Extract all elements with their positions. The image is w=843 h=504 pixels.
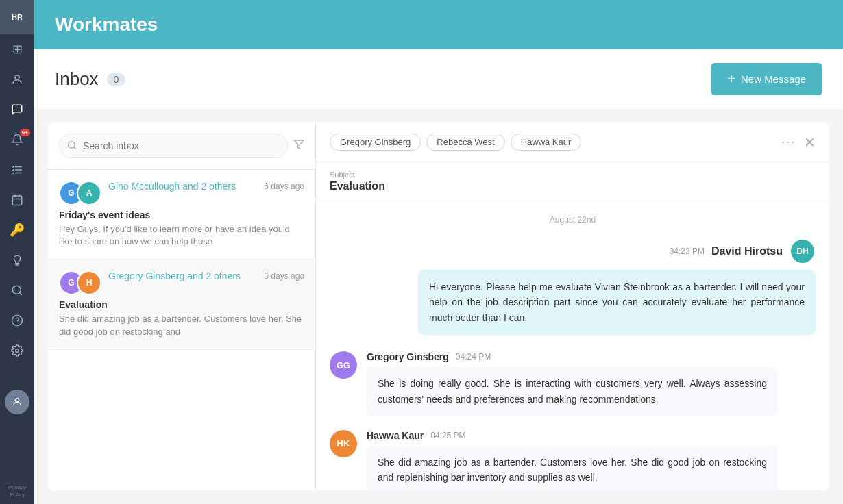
avatar: A	[77, 181, 101, 205]
plus-icon: +	[727, 71, 735, 87]
subject-label: Subject	[330, 171, 816, 179]
list-item[interactable]: G H Gregory Ginsberg and 2 others 6 days…	[48, 260, 315, 349]
message-meta: Gregory Ginsberg and 2 others 6 days ago	[108, 270, 304, 281]
inbound-content: Hawwa Kaur 04:25 PM She did amazing job …	[367, 430, 778, 490]
sidebar: HR ⊞ 6+ 🔑 Privacy Policy	[0, 0, 34, 504]
svg-point-14	[69, 141, 75, 147]
inbound-message: HK Hawwa Kaur 04:25 PM She did amazing j…	[330, 430, 816, 490]
message-list: G A Gino Mccullough and 2 others 6 days …	[48, 170, 315, 490]
user-avatar[interactable]	[5, 390, 29, 414]
outbound-header: 04:23 PM David Hirotsu DH	[670, 238, 816, 264]
date-divider: August 22nd	[330, 215, 816, 225]
conversation-header: Gregory Ginsberg Rebecca West Hawwa Kaur…	[316, 123, 829, 162]
outbound-message: 04:23 PM David Hirotsu DH Hi everyone. P…	[330, 238, 816, 335]
participant-tags: Gregory Ginsberg Rebecca West Hawwa Kaur	[330, 134, 581, 151]
svg-line-15	[74, 147, 76, 149]
svg-rect-4	[12, 196, 22, 205]
avatar: H	[77, 270, 101, 295]
conversation-actions: ··· ✕	[781, 134, 816, 151]
person-icon[interactable]	[0, 64, 34, 94]
left-panel: G A Gino Mccullough and 2 others 6 days …	[48, 123, 315, 490]
outbound-avatar: DH	[790, 238, 816, 264]
message-subject: Evaluation	[59, 299, 304, 310]
search-input[interactable]	[59, 134, 288, 158]
search-icon	[67, 140, 77, 152]
key-icon[interactable]: 🔑	[0, 215, 34, 245]
inbound-text: She is doing really good. She is interac…	[367, 366, 778, 416]
inbox-title-row: Inbox 0	[55, 68, 125, 90]
message-time: 6 days ago	[264, 181, 304, 191]
grid-icon[interactable]: ⊞	[0, 34, 34, 64]
inbound-time: 04:24 PM	[456, 352, 491, 362]
message-subject: Friday's event ideas	[59, 210, 304, 220]
svg-point-0	[15, 75, 19, 79]
inbound-avatar: HK	[330, 430, 357, 457]
right-panel: Gregory Ginsberg Rebecca West Hawwa Kaur…	[315, 123, 829, 490]
calendar-icon[interactable]	[0, 185, 34, 215]
filter-icon[interactable]	[293, 139, 304, 153]
notification-icon[interactable]: 6+	[0, 125, 34, 155]
search-nav-icon[interactable]	[0, 275, 34, 305]
app-logo: HR	[0, 0, 34, 34]
search-input-wrap	[59, 134, 288, 158]
settings-icon[interactable]	[0, 336, 34, 366]
inbound-text: She did amazing job as a bartender. Cust…	[367, 445, 778, 490]
search-row	[48, 123, 315, 170]
subject-value: Evaluation	[330, 180, 816, 192]
message-sender: Gino Mccullough and 2 others	[108, 181, 236, 192]
participant-tag: Rebecca West	[426, 134, 504, 151]
inbound-time: 04:25 PM	[430, 431, 465, 440]
conversation-body[interactable]: August 22nd 04:23 PM David Hirotsu DH Hi…	[316, 201, 829, 490]
inbound-sender: Gregory Ginsberg	[367, 351, 449, 362]
inbound-message: GG Gregory Ginsberg 04:24 PM She is doin…	[330, 351, 816, 416]
inbox-count-badge: 0	[107, 73, 126, 86]
inbound-avatar: GG	[330, 351, 357, 379]
app-header: Workmates	[34, 0, 843, 49]
message-preview: Hey Guys, If you'd like to learn more or…	[59, 223, 304, 248]
outbound-bubble: Hi everyone. Please help me evaluate Viv…	[418, 270, 816, 335]
svg-point-13	[15, 398, 19, 401]
page-title: Workmates	[55, 14, 822, 36]
more-options-icon[interactable]: ···	[781, 135, 796, 149]
conversation-subject: Subject Evaluation	[316, 162, 829, 201]
inbox-header: Inbox 0 + New Message	[34, 49, 843, 109]
outbound-time: 04:23 PM	[670, 247, 705, 256]
content-area: Inbox 0 + New Message	[34, 49, 843, 504]
participant-tag: Gregory Ginsberg	[330, 134, 421, 151]
main-content: Workmates Inbox 0 + New Message	[34, 0, 843, 504]
new-message-label: New Message	[741, 73, 806, 85]
inbox-title: Inbox	[55, 68, 99, 90]
list-item[interactable]: G A Gino Mccullough and 2 others 6 days …	[48, 170, 315, 260]
new-message-button[interactable]: + New Message	[711, 63, 822, 95]
help-icon[interactable]	[0, 305, 34, 336]
svg-marker-16	[294, 140, 303, 149]
chat-icon[interactable]	[0, 94, 34, 125]
inbound-header: Hawwa Kaur 04:25 PM	[367, 430, 778, 441]
outbound-sender: David Hirotsu	[711, 245, 783, 257]
svg-point-8	[12, 286, 21, 294]
close-icon[interactable]: ✕	[804, 134, 816, 151]
svg-point-12	[16, 349, 19, 353]
notification-badge: 6+	[20, 129, 30, 136]
avatar-group: G A	[59, 181, 101, 205]
message-sender: Gregory Ginsberg and 2 others	[108, 270, 241, 281]
svg-line-9	[19, 292, 21, 294]
privacy-policy-link[interactable]: Privacy Policy	[0, 479, 34, 504]
message-time: 6 days ago	[264, 271, 304, 281]
message-meta: Gino Mccullough and 2 others 6 days ago	[108, 181, 304, 192]
participant-tag: Hawwa Kaur	[511, 134, 582, 151]
messages-layout: G A Gino Mccullough and 2 others 6 days …	[34, 109, 843, 504]
checklist-icon[interactable]	[0, 155, 34, 185]
message-preview: She did amazing job as a bartender. Cust…	[59, 313, 304, 338]
inbound-sender: Hawwa Kaur	[367, 430, 424, 441]
avatar-group: G H	[59, 270, 101, 295]
bulb-icon[interactable]	[0, 245, 34, 275]
inbound-content: Gregory Ginsberg 04:24 PM She is doing r…	[367, 351, 778, 416]
inbound-header: Gregory Ginsberg 04:24 PM	[367, 351, 778, 362]
